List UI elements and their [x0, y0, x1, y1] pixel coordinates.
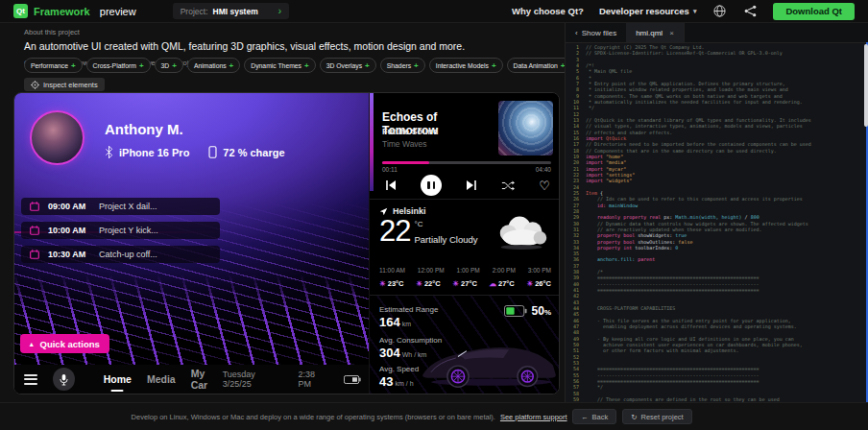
schedule-title: Project Y kick... — [99, 226, 158, 235]
forecast-temp: 26°C — [535, 279, 551, 288]
project-name: HMI system — [213, 7, 258, 16]
weather-condition-icon: ☁ — [490, 280, 497, 288]
brand-title: Framework preview — [34, 6, 136, 17]
tag-data-animation[interactable]: Data Animation+ — [507, 58, 572, 73]
qt-logo-icon: Qt — [13, 4, 28, 18]
previous-track-icon[interactable] — [385, 179, 397, 191]
menu-icon[interactable] — [24, 374, 37, 385]
forecast-cell: ☀22°C — [416, 279, 441, 288]
weather-condition: Partially Cloudy — [414, 234, 477, 245]
tag-animations[interactable]: Animations+ — [187, 58, 240, 73]
avatar[interactable] — [30, 110, 84, 165]
consumption-value: 304 — [379, 346, 400, 360]
calendar-icon — [30, 250, 39, 259]
tab-hmi-qml[interactable]: hmi.qml × — [626, 23, 685, 42]
next-track-icon[interactable] — [466, 179, 477, 191]
battery-group: 72 % charge — [208, 146, 284, 158]
brand-framework: Framework — [34, 6, 90, 17]
track-album: Time Waves — [382, 139, 427, 149]
project-label: Project: — [181, 7, 208, 16]
plus-icon: + — [139, 61, 144, 70]
nav-my-car[interactable]: My Car — [191, 368, 223, 391]
range-block: Estimated Range 164km — [379, 305, 438, 329]
globe-icon[interactable] — [711, 4, 727, 19]
crosshair-icon — [31, 81, 39, 89]
cloud-illustration — [494, 211, 553, 255]
editor-scrollbar[interactable] — [864, 44, 868, 127]
weather-condition-icon: ☀ — [452, 280, 459, 288]
shuffle-icon[interactable] — [501, 180, 515, 191]
project-description: An automotive UI created with QML, featu… — [24, 40, 465, 52]
profile-name: Anthony M. — [105, 121, 183, 137]
download-qt-button[interactable]: Download Qt — [773, 3, 855, 20]
code-area[interactable]: 1// Copyright (C) 2025 The Qt Company Lt… — [566, 42, 863, 403]
forecast-hour: 3:00 PM — [528, 267, 551, 274]
code-editor-panel: ‹ Show files hmi.qml × 1// Copyright (C)… — [565, 23, 868, 403]
track-artist: Future Sound — [382, 127, 439, 136]
schedule-item[interactable]: 10:30 AM Catch-up coff... — [21, 246, 220, 263]
topbar-actions: Why choose Qt? Developer resources ▾ Dow… — [512, 3, 855, 20]
forecast-cell: ☁27°C — [490, 279, 515, 288]
back-arrow-icon: ← — [581, 413, 589, 421]
platform-support-link[interactable]: See platform support — [500, 413, 567, 421]
car-battery-icon[interactable] — [344, 375, 361, 384]
device-group: iPhone 16 Pro — [105, 146, 189, 158]
speed-block: Avg. Speed 43km / h — [379, 365, 419, 389]
quick-actions-button[interactable]: ▴ Quick actions — [20, 334, 109, 353]
developer-resources-menu[interactable]: Developer resources ▾ — [599, 6, 697, 16]
schedule-item[interactable]: 09:00 AM Project X dail... — [21, 198, 220, 215]
tag-label: 3D — [161, 62, 170, 69]
tag-cross-platform[interactable]: Cross-Platform+ — [86, 58, 151, 73]
tag-3d-overlays[interactable]: 3D Overlays+ — [320, 58, 376, 73]
nav-home[interactable]: Home — [104, 373, 132, 385]
project-selector[interactable]: Project: HMI system › — [173, 3, 289, 19]
tab-filename: hmi.qml — [636, 29, 663, 37]
tag-label: Interactive Models — [436, 62, 489, 69]
favorite-heart-icon[interactable]: ♡ — [539, 179, 550, 192]
forecast-cell: ☀27°C — [452, 279, 477, 288]
chevron-left-icon: ‹ — [575, 29, 578, 37]
album-art — [498, 101, 553, 155]
developer-resources-label: Developer resources — [599, 6, 689, 16]
pause-button[interactable] — [421, 175, 442, 196]
nav-media[interactable]: Media — [147, 373, 176, 385]
show-files-label: Show files — [582, 29, 616, 37]
phone-battery-icon — [208, 146, 217, 158]
weather-condition-icon: ☀ — [526, 280, 533, 288]
tag-performance[interactable]: Performance+ — [24, 58, 83, 73]
plus-icon: + — [172, 61, 177, 70]
microphone-button[interactable] — [53, 368, 75, 391]
quick-actions-label: Quick actions — [40, 339, 100, 349]
range-label: Estimated Range — [379, 305, 438, 314]
hmi-home-screen: Anthony M. iPhone 16 Pro 72 % charge 09:… — [14, 93, 371, 394]
reset-project-button[interactable]: ↻ Reset project — [622, 409, 691, 424]
schedule-item[interactable]: 10:00 AM Project Y kick... — [21, 222, 220, 239]
tag-3d[interactable]: 3D+ — [155, 58, 183, 73]
tag-label: Cross-Platform — [93, 62, 136, 69]
plus-icon: + — [365, 61, 370, 70]
tag-shaders[interactable]: Shaders+ — [380, 58, 425, 73]
range-unit: km — [402, 321, 411, 327]
car-stats-widget[interactable]: Estimated Range 164km 50% Avg. Consumpti… — [370, 295, 559, 394]
forecast-temp: 23°C — [388, 279, 404, 288]
inspect-elements-button[interactable]: Inspect elements — [24, 78, 105, 91]
tag-label: Performance — [31, 62, 68, 69]
why-choose-qt-link[interactable]: Why choose Qt? — [512, 6, 584, 16]
tag-interactive-models[interactable]: Interactive Models+ — [429, 58, 503, 73]
show-files-button[interactable]: ‹ Show files — [575, 29, 616, 37]
calendar-icon — [30, 202, 39, 211]
weather-widget[interactable]: Helsinki 22 °C Partially Cloudy 11:00 AM… — [370, 199, 559, 295]
share-icon[interactable] — [742, 4, 758, 19]
caret-down-icon: ▾ — [693, 8, 697, 15]
close-icon[interactable]: × — [669, 29, 674, 37]
reset-label: Reset project — [640, 413, 683, 421]
back-label: Back — [592, 413, 609, 421]
forecast-temp: 22°C — [424, 279, 441, 288]
inspect-elements-label: Inspect elements — [43, 81, 98, 89]
calendar-icon — [30, 226, 39, 235]
tag-dynamic-themes[interactable]: Dynamic Themes+ — [244, 58, 315, 73]
forecast-cell: ☀26°C — [526, 279, 551, 288]
player-progress-bar[interactable] — [382, 161, 551, 164]
hmi-preview: Anthony M. iPhone 16 Pro 72 % charge 09:… — [13, 92, 560, 394]
back-button[interactable]: ← Back — [572, 409, 616, 424]
